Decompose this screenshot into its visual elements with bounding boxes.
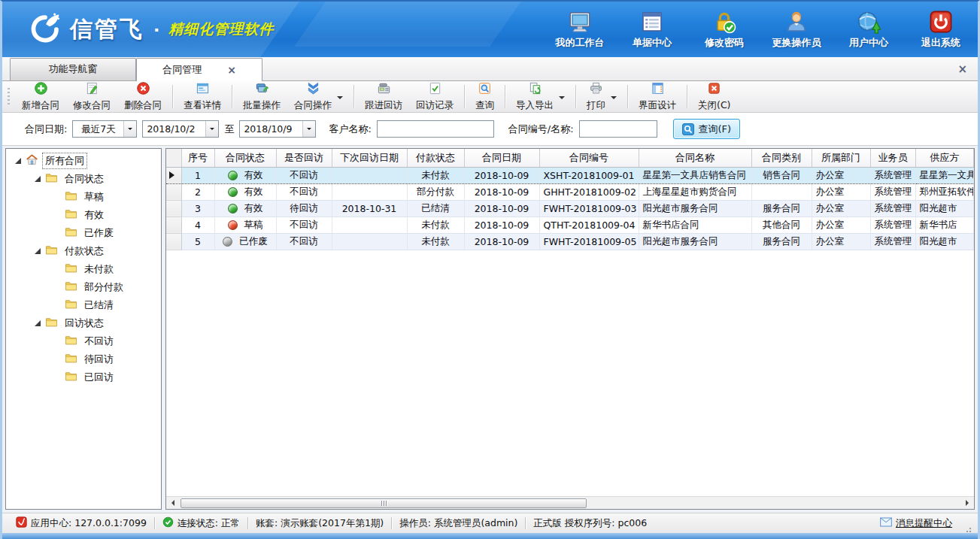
to-label: 至 xyxy=(224,123,234,136)
tree-item-所有合同[interactable]: 所有合同 xyxy=(6,152,161,170)
customer-name-input[interactable] xyxy=(377,120,494,138)
folder-icon xyxy=(45,171,62,186)
tab-contract-management[interactable]: 合同管理 × xyxy=(136,58,262,81)
column-header-supplier[interactable]: 供应方 xyxy=(915,149,974,167)
dropdown-caret-icon[interactable] xyxy=(559,96,565,102)
cell-name: 阳光超市服务合同 xyxy=(639,233,751,250)
app-subtitle: 精细化管理软件 xyxy=(168,20,274,39)
edit-contract-button[interactable]: 修改合同 xyxy=(66,83,117,111)
header-action-switch-operator[interactable]: 更换操作员 xyxy=(772,10,821,50)
tree-item-不回访[interactable]: 不回访 xyxy=(6,332,161,350)
dropdown-caret-icon[interactable] xyxy=(611,96,617,102)
tree-item-待回访[interactable]: 待回访 xyxy=(6,350,161,368)
tree-item-label: 合同状态 xyxy=(62,171,106,186)
message-center-link[interactable]: 消息提醒中心 xyxy=(880,517,952,530)
table-row[interactable]: 4草稿不回访未付款2018-10-09QTHT-20181009-04新华书店合… xyxy=(166,217,974,233)
date-from-select[interactable]: 2018/10/2 xyxy=(142,120,219,138)
close-tab-button[interactable]: 关闭(C) xyxy=(691,83,737,111)
tree-item-草稿[interactable]: 草稿 xyxy=(6,188,161,206)
contract-code-input[interactable] xyxy=(579,120,657,138)
cell-supplier: 阳光超市 xyxy=(915,233,974,250)
table-row[interactable]: 2有效不回访部分付款2018-10-09GHHT-20181009-02上海星星… xyxy=(166,183,974,200)
print-button[interactable]: 打印 xyxy=(580,83,623,111)
tree-expander-icon[interactable] xyxy=(35,176,41,182)
mail-icon xyxy=(880,517,892,529)
scrollbar-thumb[interactable] xyxy=(181,498,587,508)
ui-design-button[interactable]: 界面设计 xyxy=(632,83,683,111)
cell-category: 其他合同 xyxy=(751,217,812,233)
tab-function-nav[interactable]: 功能导航窗 xyxy=(10,58,136,80)
row-indicator-cell xyxy=(166,217,181,233)
search-icon xyxy=(682,123,694,135)
header-action-exit-system[interactable]: 退出系统 xyxy=(916,10,966,50)
column-header-dept[interactable]: 所属部门 xyxy=(812,149,870,167)
tree-item-部分付款[interactable]: 部分付款 xyxy=(6,278,161,296)
column-header-salesman[interactable]: 业务员 xyxy=(870,149,915,167)
tree-item-label: 未付款 xyxy=(82,262,116,277)
table-row[interactable]: 1有效不回访未付款2018-10-09XSHT-20181009-01星星第一文… xyxy=(166,167,974,183)
dropdown-caret-icon[interactable] xyxy=(337,96,343,102)
resize-grip[interactable] xyxy=(963,524,972,533)
status-dot-green xyxy=(228,204,238,213)
visit-records-button[interactable]: 回访记录 xyxy=(409,83,460,111)
import-export-icon xyxy=(528,81,542,98)
cell-next_visit_date xyxy=(332,217,407,233)
column-header-payment[interactable]: 付款状态 xyxy=(407,149,464,167)
tree-item-已回访[interactable]: 已回访 xyxy=(6,368,161,386)
scroll-left-icon[interactable] xyxy=(166,497,179,509)
date-range-select[interactable]: 最近7天 xyxy=(72,120,137,138)
header-action-user-center[interactable]: 用户中心 xyxy=(844,10,894,50)
column-header-next_visit_date[interactable]: 下次回访日期 xyxy=(332,149,407,167)
add-contract-button[interactable]: 新增合同 xyxy=(15,83,66,111)
cell-dept: 办公室 xyxy=(812,233,870,250)
cell-supplier: 星星第一文具店 xyxy=(915,167,974,183)
contract-operations-button[interactable]: 合同操作 xyxy=(287,83,350,111)
tree-expander-icon[interactable] xyxy=(35,248,41,254)
horizontal-scrollbar[interactable] xyxy=(166,496,974,509)
tree-item-回访状态[interactable]: 回访状态 xyxy=(6,314,161,332)
tabstrip-close-icon[interactable]: × xyxy=(957,62,967,76)
ui-design-icon xyxy=(651,81,665,98)
view-details-button[interactable]: 查看详情 xyxy=(177,83,228,111)
column-header-name[interactable]: 合同名称 xyxy=(639,149,751,167)
toolbar-grip[interactable] xyxy=(8,88,10,106)
column-header-date[interactable]: 合同日期 xyxy=(464,149,539,167)
header-action-document-center[interactable]: 单据中心 xyxy=(627,10,677,50)
app-logo-icon xyxy=(28,11,62,48)
query-button[interactable]: 查询 xyxy=(469,83,501,111)
cell-dept: 办公室 xyxy=(812,200,870,217)
cell-category: 销售合同 xyxy=(751,167,812,183)
batch-operations-button[interactable]: 批量操作 xyxy=(236,83,287,111)
tree-item-付款状态[interactable]: 付款状态 xyxy=(6,242,161,260)
header-action-label: 退出系统 xyxy=(921,36,960,50)
delete-contract-button[interactable]: 删除合同 xyxy=(117,83,168,111)
scroll-right-icon[interactable] xyxy=(961,497,974,509)
tree-item-已结清[interactable]: 已结清 xyxy=(6,296,161,314)
date-to-select[interactable]: 2018/10/9 xyxy=(239,120,316,138)
column-header-status[interactable]: 合同状态 xyxy=(214,149,276,167)
search-button[interactable]: 查询(F) xyxy=(673,119,741,139)
chevron-down-icon[interactable] xyxy=(205,121,218,137)
cell-dept: 办公室 xyxy=(812,217,870,233)
column-header-category[interactable]: 合同类别 xyxy=(751,149,812,167)
tree-expander-icon[interactable] xyxy=(15,158,21,164)
table-row[interactable]: 3有效待回访2018-10-31已结清2018-10-09FWHT-201810… xyxy=(166,200,974,217)
header-action-my-workbench[interactable]: 我的工作台 xyxy=(555,10,605,50)
chevron-down-icon[interactable] xyxy=(302,121,315,137)
tree-expander-icon[interactable] xyxy=(35,320,41,326)
cell-name: 新华书店合同 xyxy=(639,217,751,233)
column-header-visit[interactable]: 是否回访 xyxy=(276,149,332,167)
tab-close-icon[interactable]: × xyxy=(227,65,236,75)
tree-item-有效[interactable]: 有效 xyxy=(6,206,161,224)
followup-visit-button[interactable]: 跟进回访 xyxy=(358,83,409,111)
cell-payment: 未付款 xyxy=(407,217,464,233)
import-export-button[interactable]: 导入导出 xyxy=(509,83,572,111)
table-row[interactable]: 5已作废不回访未付款2018-10-09FWHT-20181009-05阳光超市… xyxy=(166,233,974,250)
tree-item-已作废[interactable]: 已作废 xyxy=(6,224,161,242)
column-header-code[interactable]: 合同编号 xyxy=(539,149,639,167)
chevron-down-icon[interactable] xyxy=(123,121,136,137)
tree-item-合同状态[interactable]: 合同状态 xyxy=(6,170,161,188)
column-header-seq[interactable]: 序号 xyxy=(181,149,214,167)
tree-item-未付款[interactable]: 未付款 xyxy=(6,260,161,278)
header-action-change-password[interactable]: 修改密码 xyxy=(699,10,749,50)
